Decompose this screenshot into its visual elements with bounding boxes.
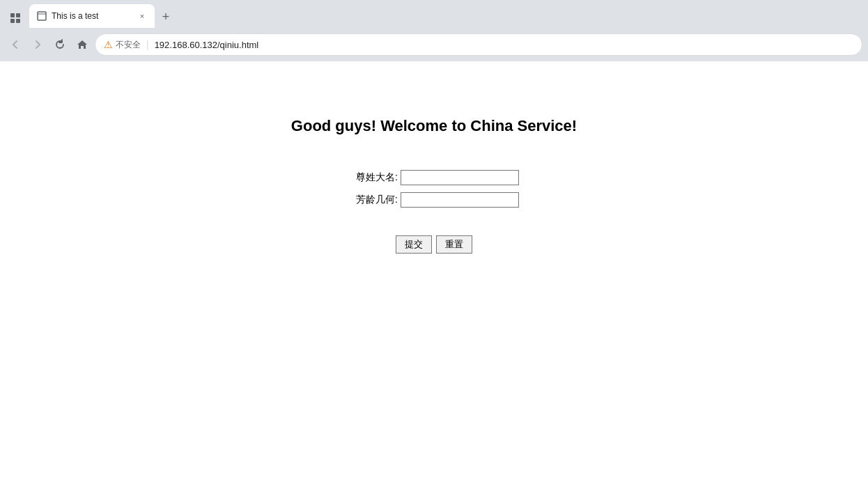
address-divider: | <box>146 39 149 50</box>
tab-bar: This is a test × + <box>0 0 868 28</box>
tab-favicon-icon <box>36 10 47 22</box>
tab-grid-button[interactable] <box>6 8 25 28</box>
name-label: 尊姓大名: <box>349 171 398 184</box>
svg-rect-1 <box>16 13 20 17</box>
age-label: 芳龄几何: <box>349 194 398 206</box>
svg-rect-2 <box>10 19 15 23</box>
browser-chrome: This is a test × + <box>0 0 868 61</box>
tab-title: This is a test <box>52 11 132 21</box>
submit-button[interactable]: 提交 <box>396 235 432 254</box>
tab-close-button[interactable]: × <box>137 10 148 22</box>
form-buttons: 提交 重置 <box>349 235 519 254</box>
address-url: 192.168.60.132/qiniu.html <box>155 40 853 50</box>
page-content: Good guys! Welcome to China Service! 尊姓大… <box>0 61 868 498</box>
new-tab-button[interactable]: + <box>156 7 176 26</box>
forward-button[interactable] <box>28 35 47 54</box>
welcome-heading: Good guys! Welcome to China Service! <box>291 117 577 135</box>
name-input[interactable] <box>401 170 519 185</box>
back-button[interactable] <box>6 35 25 54</box>
security-text: 不安全 <box>116 39 141 51</box>
active-tab[interactable]: This is a test × <box>29 4 155 28</box>
address-bar[interactable]: ⚠ 不安全 | 192.168.60.132/qiniu.html <box>95 33 862 56</box>
svg-rect-0 <box>10 13 15 17</box>
name-row: 尊姓大名: <box>349 170 519 185</box>
form-container: 尊姓大名: 芳龄几何: 提交 重置 <box>349 170 519 254</box>
svg-rect-4 <box>38 12 46 20</box>
reload-button[interactable] <box>50 35 70 54</box>
age-input[interactable] <box>401 192 519 208</box>
reset-button[interactable]: 重置 <box>436 235 472 254</box>
nav-bar: ⚠ 不安全 | 192.168.60.132/qiniu.html <box>0 28 868 61</box>
svg-rect-3 <box>16 19 20 23</box>
home-button[interactable] <box>72 35 92 54</box>
security-warning: ⚠ 不安全 <box>104 39 141 51</box>
security-warning-icon: ⚠ <box>104 39 113 50</box>
age-row: 芳龄几何: <box>349 192 519 208</box>
